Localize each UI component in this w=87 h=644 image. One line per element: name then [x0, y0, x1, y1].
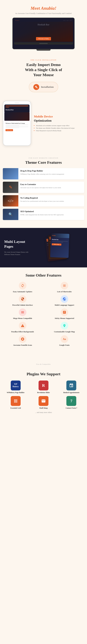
install-icon — [33, 84, 39, 90]
feature-title-4: SEO Optimized — [20, 210, 82, 213]
plugins-section: Free & Compatible Plugins We Support WPB… — [0, 352, 87, 419]
multi-layout-description: We create Several Unique Demos with Diff… — [4, 251, 30, 256]
plugin-icon-3 — [11, 396, 20, 406]
feature-icon-9: Aa — [60, 335, 68, 343]
feature-item-3: Multi Language Support — [45, 295, 84, 306]
feature-row-2: ✎ Easy to Customize Awesome easy-to-use … — [3, 182, 84, 193]
feature-item-6: Parallax Effect Backgrounds — [3, 322, 42, 333]
laptop-mockup: NUBIA Home Pages Menu Hookah Bar Welcome… — [12, 18, 74, 49]
feature-item-4: Mega Menu Compatible — [3, 308, 42, 320]
feature-label-8: Awesome Fontello Icons — [13, 344, 32, 346]
feature-label-6: Parallax Effect Backgrounds — [11, 330, 34, 333]
feature-item-9: Aa Google Fonts — [45, 335, 84, 346]
hero-section: Meet Anubia! An Awesome User-Friendly Co… — [0, 0, 87, 54]
feature-item-0: Easy Automatic Updates — [3, 282, 42, 293]
phone-mockup: NUBIA Hookah Bar Welcome to Nubia hookah… — [3, 101, 31, 146]
feature-icon-5 — [60, 308, 68, 316]
mobile-feature-3: Fully Responsive layout & Retina Ready — [34, 129, 84, 132]
feature-title-2: Easy to Customize — [20, 183, 82, 186]
install-label: Installation — [41, 86, 54, 88]
laptop-notch — [39, 43, 48, 44]
page-stack: NUBIA Hookah Bar Book a Table — [46, 234, 69, 262]
feature-icon-7 — [60, 322, 68, 330]
laptop-bottom-bar — [14, 42, 73, 44]
feature-label-3: Multi Language Support — [55, 304, 74, 306]
plugins-grid-bottom: Essential Grid MailChimp 7 Contact Form … — [3, 396, 84, 409]
plugins-grid-top: WPBakery WPBakery Page Builder R Revolut… — [3, 380, 84, 394]
feature-label-1: Lots of Shortcodes — [57, 290, 72, 293]
plugin-item-3: Essential Grid — [3, 396, 28, 409]
plugin-icon-4 — [38, 396, 48, 406]
plugin-icon-0: WPBakery — [11, 380, 20, 390]
phone-text-line-2 — [6, 126, 19, 126]
phone-screen: NUBIA Hookah Bar Welcome to Nubia hookah… — [4, 104, 30, 132]
plugin-label-2: Booked Appointments — [63, 392, 79, 394]
feature-icon-8 — [19, 335, 26, 343]
laptop-screen: NUBIA Home Pages Menu Hookah Bar Welcome… — [14, 19, 73, 42]
plugin-item-1: R Revolution Slider — [31, 380, 56, 394]
plugin-icon-2 — [66, 380, 76, 390]
feature-title-3: No Coding Required — [20, 197, 82, 199]
multi-layout-heading: Multi Layout Pages — [4, 239, 30, 249]
plugin-item-5: 7 Contact Form 7 — [58, 396, 84, 409]
plugin-icon-1: R — [38, 380, 48, 390]
plugins-heading: Plugins We Support — [3, 372, 84, 376]
hero-subtitle: An Awesome User-Friendly Combination of … — [3, 12, 84, 15]
plugin-icon-5: 7 — [66, 396, 76, 406]
core-features-subtitle: For Easy Website Creation — [3, 157, 84, 159]
phone-logo: NUBIA — [6, 107, 28, 108]
plugin-label-5: Contact Form 7 — [66, 407, 77, 409]
feature-item-7: Customizable Google Map — [45, 322, 84, 333]
feature-label-2: Powerful Admin Interface — [12, 304, 33, 306]
feature-label-5: Sticky Menus Supported — [55, 317, 74, 320]
plugin-label-3: Essential Grid — [10, 407, 21, 409]
feature-content-1: Drag & Drop Page Builder WPBakery Page B… — [20, 168, 84, 177]
feature-icon-2 — [19, 295, 26, 303]
other-features-section: Some Other Features Easy Automatic Updat… — [0, 268, 87, 352]
plugin-item-4: MailChimp — [31, 396, 56, 409]
plugin-item-2: Booked Appointments — [58, 380, 84, 394]
feature-image-1 — [3, 168, 18, 180]
installation-button[interactable]: Installation — [29, 82, 58, 92]
feature-item-5: Sticky Menus Supported — [45, 308, 84, 320]
feature-item-8: Awesome Fontello Icons — [3, 335, 42, 346]
phone-header: NUBIA Hookah Bar — [4, 104, 30, 112]
phone-subtitle: Welcome to Nubia hookah bar & lounge — [6, 123, 28, 124]
feature-icon-6 — [19, 322, 26, 330]
phone-text-line-1 — [6, 124, 28, 125]
plugin-item-0: WPBakery WPBakery Page Builder — [3, 380, 28, 394]
plugin-label-0: WPBakery Page Builder — [7, 392, 24, 394]
mobile-text-block: Mobile Device Mobile Device Optimization… — [34, 114, 84, 132]
feature-content-2: Easy to Customize Awesome easy-to-use op… — [20, 182, 84, 190]
mobile-heading: Mobile Device Mobile Device Optimization… — [34, 114, 84, 122]
feature-item-2: Powerful Admin Interface — [3, 295, 42, 306]
phone-title: Hookah Bar — [6, 108, 28, 111]
one-click-subtitle: One Click Installation — [6, 59, 81, 61]
feature-desc-3: No need to be a professional web develop… — [20, 200, 82, 202]
features-grid: Easy Automatic Updates Lots of Shortcode… — [3, 282, 84, 346]
feature-row-4: 🔍 SEO Optimized HTML code integrated int… — [3, 209, 84, 220]
feature-image-3: </> — [3, 195, 18, 206]
core-features-section: For Easy Website Creation Theme Core Fea… — [0, 152, 87, 228]
mobile-feature-2: The theme uses Mobile Friendly sliders: … — [34, 127, 84, 129]
multi-layout-visual: NUBIA Hookah Bar Book a Table — [32, 234, 83, 262]
feature-content-3: No Coding Required No need to be a profe… — [20, 195, 84, 204]
page-card-3: NUBIA Hookah Bar Book a Table — [50, 233, 69, 258]
phone-hero-image — [4, 112, 30, 121]
laptop-stand — [36, 49, 50, 51]
feature-item-1: Lots of Shortcodes — [45, 282, 84, 293]
one-click-section: One Click Installation Easily Import Dem… — [0, 54, 87, 95]
core-features-heading: Theme Core Features — [3, 160, 84, 165]
feature-desc-4: HTML code integrated into the theme meet… — [20, 214, 82, 216]
feature-desc-1: WPBakery Page Builder offers amazing too… — [20, 173, 82, 175]
laptop-cta-button[interactable]: Welcome to Nubia — [36, 37, 51, 40]
feature-row-3: </> No Coding Required No need to be a p… — [3, 195, 84, 206]
phone-content: Welcome to Nubia hookah bar & lounge Boo… — [4, 122, 30, 132]
mobile-section: NUBIA Hookah Bar Welcome to Nubia hookah… — [0, 95, 87, 152]
multi-layout-section: Multi Layout Pages We create Several Uni… — [0, 228, 87, 268]
phone-cta: Book a Table — [6, 129, 13, 131]
feature-label-0: Easy Automatic Updates — [13, 290, 32, 293]
feature-label-4: Mega Menu Compatible — [13, 317, 32, 320]
plugin-label-1: Revolution Slider — [37, 392, 50, 394]
feature-label-7: Customizable Google Map — [54, 330, 75, 333]
